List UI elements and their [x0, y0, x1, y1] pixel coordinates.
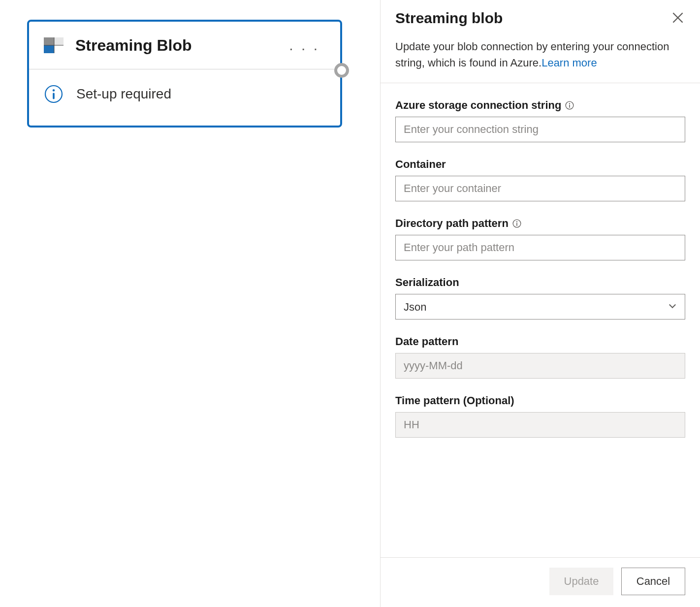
panel-description-text: Update your blob connection by entering … [395, 40, 669, 69]
time-pattern-label: Time pattern (Optional) [395, 394, 685, 407]
cancel-button[interactable]: Cancel [621, 568, 685, 595]
directory-pattern-label: Directory path pattern [395, 217, 685, 230]
streaming-blob-icon [44, 35, 64, 55]
node-header: Streaming Blob . . . [29, 22, 340, 69]
connection-string-label: Azure storage connection string [395, 99, 685, 112]
svg-point-12 [569, 103, 570, 104]
directory-pattern-input[interactable] [395, 235, 685, 260]
svg-rect-1 [44, 45, 54, 53]
panel-footer: Update Cancel [381, 557, 700, 607]
close-icon[interactable] [670, 10, 685, 28]
node-title: Streaming Blob [75, 36, 285, 55]
update-button: Update [549, 568, 613, 595]
date-pattern-input [395, 353, 685, 379]
serialization-select[interactable]: Json [395, 294, 685, 319]
node-body: Set-up required [29, 69, 340, 126]
svg-rect-16 [516, 223, 517, 226]
info-icon [44, 84, 64, 104]
node-status-text: Set-up required [76, 86, 171, 102]
svg-point-7 [53, 89, 55, 91]
pipeline-canvas: Streaming Blob . . . Set-up required [0, 0, 389, 607]
connection-string-input[interactable] [395, 117, 685, 142]
svg-rect-8 [53, 93, 55, 99]
svg-point-15 [516, 221, 517, 222]
panel-divider [381, 83, 700, 83]
node-more-menu[interactable]: . . . [285, 37, 323, 54]
svg-rect-13 [570, 105, 571, 108]
panel-description: Update your blob connection by entering … [395, 38, 685, 71]
svg-rect-3 [54, 37, 64, 45]
streaming-blob-node[interactable]: Streaming Blob . . . Set-up required [27, 20, 342, 128]
svg-rect-2 [54, 45, 64, 53]
node-output-port[interactable] [334, 63, 349, 78]
container-label: Container [395, 158, 685, 171]
date-pattern-label: Date pattern [395, 335, 685, 348]
panel-title: Streaming blob [395, 10, 503, 27]
info-icon[interactable] [565, 101, 574, 110]
info-icon[interactable] [512, 219, 521, 228]
container-input[interactable] [395, 176, 685, 201]
streaming-blob-panel: Streaming blob Update your blob connecti… [380, 0, 700, 607]
time-pattern-input [395, 412, 685, 438]
learn-more-link[interactable]: Learn more [541, 57, 597, 69]
serialization-label: Serialization [395, 276, 685, 289]
